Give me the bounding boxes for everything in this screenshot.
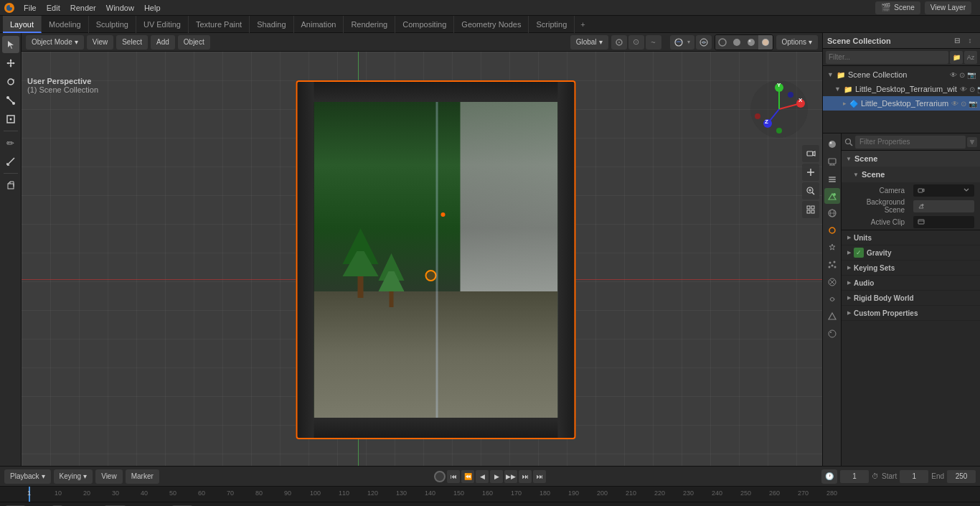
tool-move[interactable] — [2, 55, 19, 72]
current-frame-input[interactable] — [840, 470, 869, 483]
prop-data-icon[interactable] — [824, 309, 840, 324]
add-workspace-tab[interactable]: + — [575, 16, 590, 33]
terr-obj-eye[interactable]: 👁 — [951, 100, 958, 108]
tab-scripting[interactable]: Scripting — [529, 16, 575, 33]
outliner-item-terrarium-obj[interactable]: ▸ 🔷 Little_Desktop_Terrarium 👁 ⊙ 📷 — [823, 96, 980, 111]
menu-help[interactable]: Help — [139, 0, 166, 16]
wireframe-shading-btn[interactable] — [715, 35, 730, 50]
tab-shading[interactable]: Shading — [250, 16, 293, 33]
prop-physics-icon[interactable] — [824, 274, 840, 290]
object-mode-selector[interactable]: Object Mode ▾ — [26, 35, 84, 50]
audio-header[interactable]: ▶ Audio — [842, 276, 980, 290]
tab-modeling[interactable]: Modeling — [42, 16, 89, 33]
prop-scene-icon[interactable] — [824, 188, 840, 204]
tool-annotate[interactable]: ✏ — [2, 134, 19, 151]
outliner-item-terrarium-collection[interactable]: ▼ 📁 Little_Desktop_Terrarium_wit 👁 ⊙ 📷 — [823, 82, 980, 96]
options-menu[interactable]: Options ▾ — [776, 35, 818, 50]
timeline-clock-icon[interactable]: ⏱ — [872, 472, 879, 480]
scene-selector[interactable]: 🎬 Scene — [875, 1, 920, 14]
solid-shading-btn[interactable] — [730, 35, 744, 50]
select-menu[interactable]: Select — [116, 35, 148, 50]
outliner-new-collection-btn[interactable]: 📁 — [950, 51, 963, 64]
prop-render-icon[interactable] — [824, 136, 840, 152]
global-selector[interactable]: Global ▾ — [570, 35, 608, 50]
add-menu[interactable]: Add — [151, 35, 175, 50]
scene-collection-eye[interactable]: 👁 — [950, 71, 957, 79]
jump-to-start-btn[interactable]: ⏮ — [447, 470, 460, 483]
proportional-btn2[interactable]: ~ — [646, 35, 661, 50]
camera-value[interactable] — [913, 184, 974, 197]
viewport-overlays-btn[interactable]: ▾ — [670, 35, 694, 50]
toggle-quad-btn[interactable] — [802, 201, 819, 218]
playback-btn[interactable]: Playback ▾ — [4, 469, 51, 484]
scene-collection-collapse[interactable]: ▼ — [827, 71, 834, 78]
scene-collection-camera[interactable]: 📷 — [967, 71, 976, 79]
tab-sculpting[interactable]: Sculpting — [89, 16, 136, 33]
tool-scale[interactable] — [2, 92, 19, 109]
active-clip-value[interactable] — [913, 216, 974, 228]
scene-subsection-header[interactable]: ▼ Scene — [842, 167, 980, 182]
prop-material-icon[interactable] — [824, 326, 840, 342]
rigid-body-header[interactable]: ▶ Rigid Body World — [842, 291, 980, 305]
timeline-ruler-area[interactable]: 1 10 20 30 40 50 60 70 80 90 100 110 120… — [0, 486, 980, 502]
prop-view-layer-icon[interactable] — [824, 171, 840, 187]
prop-particles-icon[interactable] — [824, 257, 840, 273]
tab-uv-editing[interactable]: UV Editing — [136, 16, 189, 33]
viewport-gizmo[interactable]: X Y Z — [750, 80, 808, 138]
menu-file[interactable]: File — [19, 0, 42, 16]
terr-obj-expand[interactable]: ▸ — [843, 100, 847, 107]
view-menu[interactable]: View — [87, 35, 114, 50]
view-layer-selector[interactable]: View Layer — [925, 1, 971, 14]
scene-section-header[interactable]: ▼ Scene — [842, 151, 980, 167]
viewport-area[interactable]: Object Mode ▾ View Select Add Object Glo… — [22, 33, 822, 466]
terr-collection-restrict[interactable]: ⊙ — [969, 85, 975, 93]
menu-edit[interactable]: Edit — [42, 0, 65, 16]
outliner-filter-btn[interactable]: ⊟ — [951, 35, 963, 47]
move-camera-btn[interactable] — [802, 164, 819, 181]
outliner-item-scene-collection[interactable]: ▼ 📁 Scene Collection 👁 ⊙ 📷 — [823, 67, 980, 82]
tool-cursor[interactable] — [2, 36, 19, 53]
menu-render[interactable]: Render — [65, 0, 101, 16]
tab-compositing[interactable]: Compositing — [395, 16, 454, 33]
tool-transform[interactable] — [2, 111, 19, 128]
outliner-sort-alpha-btn[interactable]: Az — [964, 51, 977, 64]
gravity-checkbox[interactable]: ✓ — [854, 248, 864, 258]
keying-btn[interactable]: Keying ▾ — [54, 469, 93, 484]
frame-counter-icon[interactable]: 🕐 — [821, 469, 837, 484]
units-header[interactable]: ▶ Units — [842, 230, 980, 245]
proportional-edit-btn[interactable]: ⊙ — [628, 35, 644, 50]
jump-forward-btn[interactable]: ⏭ — [519, 470, 532, 483]
object-menu[interactable]: Object — [178, 35, 210, 50]
tool-add-cube[interactable] — [2, 177, 19, 194]
terr-collection-camera[interactable]: 📷 — [977, 85, 980, 93]
record-btn[interactable] — [434, 471, 446, 482]
end-frame-input[interactable] — [947, 470, 976, 483]
transform-handle[interactable] — [425, 270, 437, 281]
prop-constraints-icon[interactable] — [824, 291, 840, 307]
play-forward-btn[interactable]: ▶▶ — [504, 470, 517, 483]
menu-window[interactable]: Window — [101, 0, 139, 16]
prop-output-icon[interactable] — [824, 154, 840, 169]
custom-props-header[interactable]: ▶ Custom Properties — [842, 306, 980, 320]
jump-to-end-btn[interactable]: ⏭ — [533, 470, 546, 483]
xray-btn[interactable] — [696, 35, 712, 50]
properties-search-input[interactable] — [855, 136, 966, 149]
terr-obj-camera[interactable]: 📷 — [969, 100, 977, 108]
tab-geometry-nodes[interactable]: Geometry Nodes — [454, 16, 529, 33]
material-preview-btn[interactable] — [744, 35, 758, 50]
tab-layout[interactable]: Layout — [3, 16, 42, 33]
camera-view-btn[interactable] — [802, 145, 819, 162]
terrarium-object[interactable] — [296, 80, 576, 439]
gravity-header[interactable]: ▶ ✓ Gravity — [842, 245, 980, 260]
keying-sets-header[interactable]: ▶ Keying Sets — [842, 261, 980, 275]
outliner-sort-btn[interactable]: ↕ — [964, 35, 976, 47]
snap-btn[interactable] — [611, 35, 627, 50]
zoom-btn[interactable] — [802, 182, 819, 200]
tab-rendering[interactable]: Rendering — [344, 16, 395, 33]
tool-measure[interactable] — [2, 153, 19, 170]
play-back-btn[interactable]: ◀ — [476, 470, 489, 483]
tab-animation[interactable]: Animation — [294, 16, 344, 33]
outliner-search-input[interactable] — [826, 51, 948, 64]
start-frame-input[interactable] — [900, 470, 928, 483]
rendered-shading-btn[interactable] — [758, 35, 773, 50]
